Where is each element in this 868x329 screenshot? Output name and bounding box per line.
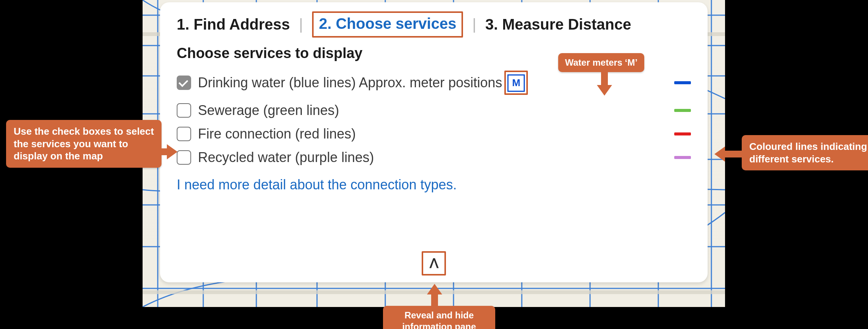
legend-swatch-green [674,109,691,112]
annotated-screenshot-stage: 1. Find Address | 2. Choose services | 3… [0,0,868,329]
checkbox-recycled-water[interactable] [177,150,191,165]
service-rows: Drinking water (blue lines) Approx. mete… [160,67,708,169]
services-panel: 1. Find Address | 2. Choose services | 3… [160,2,708,282]
step-3[interactable]: 3. Measure Distance [485,16,631,33]
label-recycled-water: Recycled water (purple lines) [198,150,374,165]
service-row-fire: Fire connection (red lines) [177,122,691,146]
more-detail-link[interactable]: I need more detail about the connection … [160,169,708,193]
label-drinking-water: Drinking water (blue lines) Approx. mete… [198,75,502,91]
callout-reveal-hide: Reveal and hide information pane [383,306,495,329]
callout-checkboxes: Use the check boxes to select the servic… [6,120,162,168]
step-separator: | [470,16,478,33]
step-1[interactable]: 1. Find Address [177,16,290,33]
annotation-highlight-step-2: 2. Choose services [312,11,463,38]
callout-coloured-lines: Coloured lines indicating different serv… [742,135,868,170]
arrow-down-icon [597,72,612,95]
wizard-steps: 1. Find Address | 2. Choose services | 3… [160,2,708,42]
arrow-left-icon [714,146,742,162]
legend-swatch-purple [674,156,691,159]
arrow-right-icon [150,144,177,159]
checkbox-drinking-water[interactable] [177,76,191,90]
checkbox-fire-connection[interactable] [177,127,191,141]
checkbox-sewerage[interactable] [177,103,191,118]
step-separator: | [297,16,305,33]
service-row-recycled: Recycled water (purple lines) [177,146,691,169]
arrow-up-icon [427,284,442,306]
label-fire-connection: Fire connection (red lines) [198,126,356,142]
callout-water-meters: Water meters ‘M’ [558,53,644,72]
collapse-toggle-caret-icon[interactable]: Ʌ [422,251,446,275]
service-row-sewerage: Sewerage (green lines) [177,99,691,122]
meter-symbol-icon: M [507,74,525,92]
collapse-toggle-wrap: Ʌ [422,251,446,275]
legend-swatch-blue [674,81,691,84]
label-sewerage: Sewerage (green lines) [198,102,339,118]
annotation-highlight-meter-symbol: M [504,71,528,95]
step-2-active[interactable]: 2. Choose services [319,15,456,32]
legend-swatch-red [674,132,691,135]
